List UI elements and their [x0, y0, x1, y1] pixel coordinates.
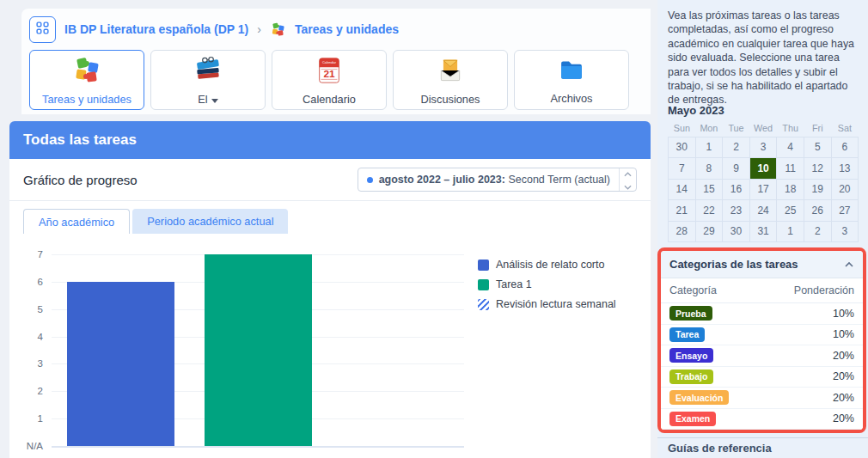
calendar-day-cell[interactable]: 17 — [749, 179, 777, 200]
category-badge: Examen — [669, 412, 716, 426]
page: IB DP Literatura española (DP 1) › Tarea… — [0, 0, 868, 458]
calendar-day-cell[interactable]: 13 — [831, 158, 859, 180]
term-selector[interactable]: agosto 2022 – julio 2023: Second Term (a… — [358, 168, 637, 192]
calendar-day-cell[interactable]: 31 — [749, 221, 777, 242]
calendar-day-cell[interactable]: 2 — [723, 137, 750, 158]
legend-item-analisis-de-relato-corto[interactable]: Análisis de relato corto — [478, 259, 616, 271]
calendar-day-cell[interactable]: 26 — [804, 200, 831, 222]
legend-item-revision-lectura-semanal[interactable]: Revisión lectura semanal — [478, 298, 616, 310]
calendar-day-cell[interactable]: 30 — [669, 137, 696, 158]
calendar-day-cell[interactable]: 8 — [695, 158, 723, 180]
calendar-day-cell[interactable]: 30 — [723, 221, 750, 242]
category-row-tarea: Tarea10% — [661, 325, 863, 346]
bar-analisis-de-relato-corto[interactable] — [67, 282, 174, 446]
calendar-day-header: Sun — [669, 122, 696, 137]
term-range-text: agosto 2022 – julio 2023: — [379, 174, 505, 186]
sidebar: Vea las próximas tareas o las tareas com… — [657, 0, 868, 458]
calendar-month-title: Mayo 2023 — [668, 104, 724, 117]
category-row-trabajo: Trabajo20% — [661, 367, 863, 388]
nav-tile-el[interactable]: El — [150, 50, 266, 110]
calendar-day-cell[interactable]: 16 — [723, 179, 750, 200]
category-badge: Evaluación — [669, 390, 729, 405]
categories-column-headers: Categoría Ponderación — [661, 278, 863, 303]
nav-tile-tareas-y-unidades[interactable]: Tareas y unidades — [29, 50, 144, 110]
course-header-panel: IB DP Literatura española (DP 1) › Tarea… — [21, 9, 651, 114]
category-badge: Prueba — [669, 306, 712, 321]
tab-ano-academico[interactable]: Año académico — [23, 209, 130, 234]
calendar-day-cell[interactable]: 3 — [831, 221, 859, 242]
reference-guides-title: Guías de referencia — [668, 442, 772, 455]
calendar-day-cell-selected[interactable]: 10 — [749, 158, 777, 180]
puzzle-icon — [270, 21, 286, 38]
calendar-day-cell[interactable]: 7 — [669, 158, 696, 180]
legend-swatch — [478, 279, 489, 290]
category-weight: 10% — [833, 328, 854, 340]
calendar-day-cell[interactable]: 25 — [777, 200, 804, 222]
calendar-day-cell[interactable]: 20 — [831, 179, 859, 200]
chevron-up-icon[interactable] — [844, 261, 854, 268]
chevron-down-icon — [624, 180, 632, 192]
calendar-day-cell[interactable]: 6 — [831, 137, 859, 158]
category-weight: 20% — [833, 392, 854, 404]
nav-tile-label: Calendario — [303, 93, 356, 106]
calendar-day-cell[interactable]: 27 — [831, 200, 859, 222]
nav-tile-archivos[interactable]: Archivos — [514, 50, 629, 110]
books-icon — [192, 53, 224, 88]
calendar-day-cell[interactable]: 1 — [777, 221, 804, 242]
nav-tile-calendario[interactable]: Calendar 21 Calendario — [272, 50, 387, 110]
nav-tile-label: Tareas y unidades — [42, 93, 131, 106]
grid-icon — [35, 21, 50, 38]
apps-grid-button[interactable] — [29, 16, 56, 43]
breadcrumb: IB DP Literatura española (DP 1) › Tarea… — [21, 9, 651, 43]
tab-periodo-academico-actual[interactable]: Periodo académico actual — [132, 209, 288, 234]
calendar-day-cell[interactable]: 19 — [804, 179, 831, 200]
y-axis-tick: 5 — [38, 304, 43, 314]
nav-tile-label: Discusiones — [421, 93, 480, 106]
calendar-day-cell[interactable]: 28 — [669, 221, 696, 242]
folder-icon — [556, 56, 587, 89]
breadcrumb-course-link[interactable]: IB DP Literatura española (DP 1) — [64, 22, 248, 36]
y-axis-tick: 7 — [38, 249, 43, 260]
selector-spinner[interactable] — [619, 168, 636, 191]
category-row-ensayo: Ensayo20% — [661, 345, 863, 367]
calendar-day-cell[interactable]: 4 — [777, 137, 804, 158]
weight-column-label: Ponderación — [794, 284, 854, 296]
category-weight: 20% — [833, 412, 854, 424]
calendar-day-cell[interactable]: 5 — [804, 137, 831, 158]
calendar-day-cell[interactable]: 24 — [749, 200, 777, 222]
calendar-day-cell[interactable]: 21 — [669, 200, 696, 222]
legend-label: Análisis de relato corto — [496, 259, 604, 271]
calendar-day-cell[interactable]: 3 — [749, 137, 777, 158]
calendar-day-cell[interactable]: 18 — [777, 179, 804, 200]
calendar-day-cell[interactable]: 14 — [669, 179, 696, 200]
calendar-day-cell[interactable]: 11 — [777, 158, 804, 180]
calendar-day-header: Tue — [723, 122, 750, 137]
y-axis-tick: 4 — [38, 332, 43, 342]
calendar-day-cell[interactable]: 1 — [695, 137, 723, 158]
mini-calendar: SunMonTueWedThuFriSat3012345678910111213… — [668, 122, 859, 242]
term-name-text: Second Term (actual) — [508, 174, 610, 186]
calendar-day-cell[interactable]: 22 — [695, 200, 723, 222]
category-badge: Ensayo — [669, 348, 713, 363]
nav-tile-label: Archivos — [550, 92, 592, 105]
calendar-day-cell[interactable]: 29 — [695, 221, 723, 242]
calendar-day-cell[interactable]: 9 — [723, 158, 750, 180]
legend-label: Tarea 1 — [496, 278, 532, 290]
category-row-examen: Examen20% — [661, 409, 863, 431]
calendar-day-cell[interactable]: 12 — [804, 158, 831, 180]
calendar-day-cell[interactable]: 2 — [804, 221, 831, 242]
category-weight: 20% — [833, 350, 854, 362]
term-dot-icon — [367, 177, 373, 183]
y-axis-tick: N/A — [27, 441, 43, 451]
calendar-day-cell[interactable]: 23 — [723, 200, 750, 222]
calendar-day-cell[interactable]: 15 — [695, 179, 723, 200]
legend-item-tarea-1[interactable]: Tarea 1 — [478, 278, 616, 290]
category-row-evaluacion: Evaluación20% — [661, 388, 863, 409]
bar-tarea-1[interactable] — [205, 254, 312, 446]
breadcrumb-current-link[interactable]: Tareas y unidades — [295, 22, 399, 36]
calendar-day-header: Fri — [804, 122, 831, 137]
categories-rows: Prueba10%Tarea10%Ensayo20%Trabajo20%Eval… — [661, 303, 863, 430]
nav-tile-discusiones[interactable]: Discusiones — [393, 50, 508, 110]
term-selector-value: agosto 2022 – julio 2023: Second Term (a… — [358, 168, 619, 191]
legend-swatch — [478, 260, 489, 271]
